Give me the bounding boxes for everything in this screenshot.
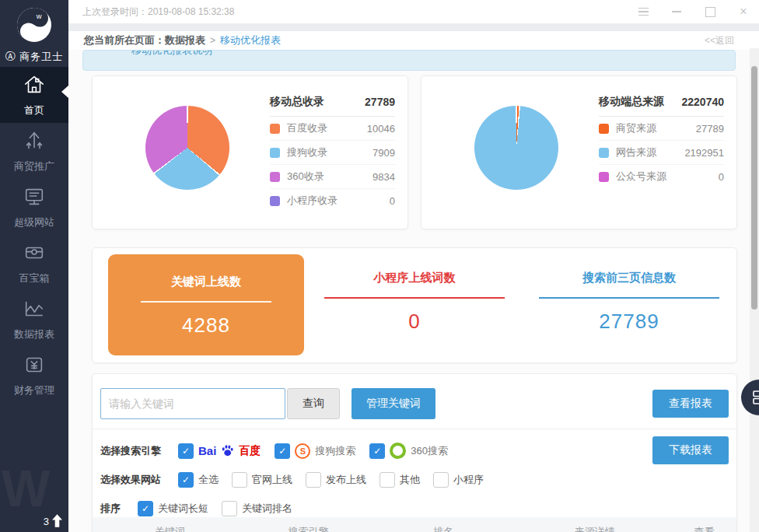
site-option-3[interactable]: 其他 (380, 472, 420, 488)
engine-option-360[interactable]: ✓360搜索 (369, 443, 448, 459)
engine-option-baidu[interactable]: ✓Bai百度 (178, 443, 261, 459)
engine-filter-label: 选择搜索引擎 (100, 444, 161, 458)
legend-swatch-icon (270, 196, 280, 206)
sort-option-1[interactable]: 关键词排名 (222, 501, 292, 516)
engine-option-sogou[interactable]: ✓S搜狗搜索 (275, 443, 355, 459)
legend-swatch-icon (599, 148, 609, 158)
site-option-1[interactable]: 官网上线 (232, 472, 292, 488)
site-option-label: 小程序 (453, 473, 484, 487)
sidebar-item-label: 百宝箱 (19, 271, 50, 285)
mobile-source-pie-chart (474, 106, 558, 190)
stats-card: 关键词上线数 4288 小程序上线词数 0 搜索前三页信息数 27789 (92, 247, 737, 363)
checkbox[interactable] (306, 472, 321, 488)
site-option-0[interactable]: ✓全选 (178, 472, 219, 488)
scrollbar-thumb[interactable] (751, 66, 757, 310)
sidebar-item-1[interactable]: 商贸推广 (0, 123, 68, 179)
legend-total: 27789 (365, 96, 395, 108)
brand-badge-icon: Ⓐ (5, 51, 16, 62)
360-logo-text: 360搜索 (411, 444, 448, 458)
breadcrumb-location: 您当前所在页面：数据报表 (84, 33, 205, 47)
sidebar-item-label: 财务管理 (14, 383, 54, 397)
legend-value: 10046 (367, 123, 395, 135)
view-report-button[interactable]: 查看报表 (652, 390, 729, 418)
last-login-time: 上次登录时间：2019-08-08 15:32:38 (82, 5, 234, 19)
keyword-input[interactable] (100, 388, 285, 419)
manage-keywords-button[interactable]: 管理关键词 (352, 388, 435, 419)
back-link[interactable]: <<返回 (705, 34, 734, 47)
minimize-icon[interactable] (670, 5, 683, 18)
legend-value: 2192951 (684, 147, 724, 159)
breadcrumb-current[interactable]: 移动优化报表 (220, 33, 281, 47)
legend-swatch-icon (270, 148, 280, 158)
table-column-header: 关键词 (93, 525, 247, 532)
sidebar-menu: 首页 商贸推广 超级网站 百宝箱 数据报表 财务管理 (0, 67, 68, 403)
legend-swatch-icon (270, 124, 280, 134)
checkbox[interactable] (232, 472, 247, 488)
window-controls: × (637, 5, 750, 18)
sort-option-0[interactable]: ✓关键词长短 (138, 501, 208, 516)
site-option-label: 其他 (400, 473, 420, 487)
update-badge[interactable]: 3 (44, 514, 62, 527)
sidebar-item-4[interactable]: 数据报表 (0, 291, 68, 347)
mobile-index-pie-chart (145, 106, 229, 190)
stat-keywords-online: 关键词上线数 4288 (93, 248, 307, 362)
checkbox[interactable]: ✓ (138, 501, 153, 516)
legend-label: 网告来源 (616, 145, 656, 161)
close-icon[interactable]: × (737, 5, 750, 18)
mobile-index-card: 移动总收录 27789 百度收录 10046 搜狗收录 7909 360收录 9… (92, 75, 408, 229)
table-column-header: 排名 (369, 525, 517, 532)
yinyang-logo-icon: w (16, 7, 52, 43)
maximize-icon[interactable] (704, 5, 716, 18)
vertical-scrollbar[interactable] (750, 48, 759, 532)
site-option-label: 发布上线 (326, 473, 366, 487)
engine-items: ✓Bai百度✓S搜狗搜索✓360搜索 (178, 443, 448, 459)
sidebar: w Ⓐ 商务卫士 首页 商贸推广 超级网站 百宝箱 数据报表 财务管理 W (0, 0, 68, 532)
legend-item: 公众号来源 0 (599, 165, 724, 188)
legend-rows: 百度收录 10046 搜狗收录 7909 360收录 9834 小程序收录 0 (270, 117, 395, 212)
checkbox[interactable]: ✓ (275, 443, 290, 459)
checkbox[interactable]: ✓ (178, 443, 194, 459)
sidebar-item-3[interactable]: 百宝箱 (0, 235, 68, 291)
main-content: 移动优化报表说明 移动总收录 27789 百度收录 10046 搜狗收录 790… (68, 50, 759, 532)
legend-title: 移动端总来源 (599, 95, 664, 109)
site-option-2[interactable]: 发布上线 (306, 472, 366, 488)
legend-label: 360收录 (287, 169, 324, 185)
report-icon (23, 297, 46, 324)
sidebar-item-5[interactable]: 财务管理 (0, 347, 68, 403)
legend-item: 小程序收录 0 (270, 189, 395, 212)
download-report-button[interactable]: 下载报表 (652, 436, 729, 464)
qr-widget-icon (751, 390, 759, 405)
legend-item: 360收录 9834 (270, 165, 395, 189)
mobile-source-card: 移动端总来源 2220740 商贸来源 27789 网告来源 2192951 公… (421, 75, 737, 229)
table-column-header: 查看 (672, 525, 736, 532)
legend-swatch-icon (599, 124, 609, 134)
brand-name: Ⓐ 商务卫士 (0, 50, 68, 64)
checkbox[interactable] (222, 501, 237, 516)
site-option-4[interactable]: 小程序 (433, 472, 484, 488)
checkbox[interactable]: ✓ (369, 443, 385, 459)
site-option-label: 全选 (198, 473, 219, 487)
watermark-logo: W (2, 459, 50, 518)
menu-icon[interactable] (637, 5, 649, 18)
finance-icon (23, 353, 46, 380)
notice-banner: 移动优化报表说明 (82, 50, 736, 71)
sort-filter-row: 排序 ✓关键词长短关键词排名 (100, 501, 736, 516)
sort-option-label: 关键词排名 (242, 502, 292, 516)
query-button[interactable]: 查询 (287, 388, 340, 419)
legend-item: 百度收录 10046 (270, 117, 395, 141)
checkbox[interactable]: ✓ (178, 472, 194, 488)
checkbox[interactable] (380, 472, 395, 488)
legend-label: 搜狗收录 (287, 145, 327, 161)
legend-value: 0 (719, 171, 724, 183)
legend-label: 公众号来源 (616, 169, 666, 185)
sidebar-item-2[interactable]: 超级网站 (0, 179, 68, 235)
sidebar-item-0[interactable]: 首页 (0, 67, 68, 123)
app-logo: w Ⓐ 商务卫士 (0, 0, 68, 64)
stat-label: 关键词上线数 (108, 275, 304, 289)
baidu-paw-icon (221, 444, 234, 457)
search-row: 查询 管理关键词 查看报表 (93, 374, 736, 429)
home-icon (23, 73, 46, 100)
checkbox[interactable] (433, 472, 449, 488)
legend-value: 0 (390, 195, 395, 207)
sort-option-label: 关键词长短 (158, 502, 208, 516)
